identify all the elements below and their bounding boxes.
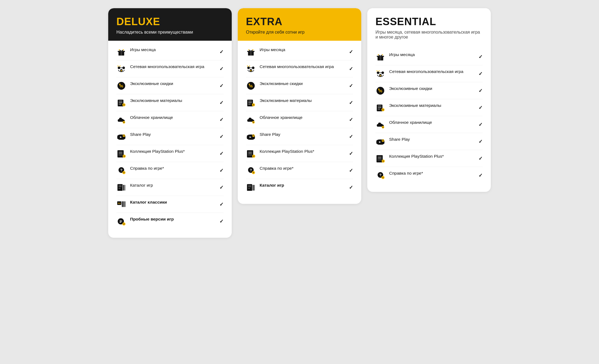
svg-rect-110 [378,107,381,108]
ps-collection-icon: + [246,149,256,158]
svg-rect-124 [378,157,381,159]
list-item: Сетевая многопользовательская игра✓ [116,60,224,77]
feature-checkmark: ✓ [349,66,353,72]
svg-point-10 [121,70,122,71]
list-item: + Коллекция PlayStation Plus*✓ [246,145,353,162]
classics-icon: PX [116,200,126,209]
svg-point-58 [252,67,254,69]
exclusive-content-icon: + [246,98,256,107]
feature-checkmark: ✓ [219,168,224,174]
card-subtitle-essential: Игры месяца, сетевая многопользовательск… [375,30,483,40]
svg-rect-90 [248,185,251,187]
svg-rect-40 [123,185,124,191]
svg-rect-96 [380,56,381,60]
list-item: % Эксклюзивные скидки✓ [116,77,224,94]
svg-rect-109 [378,105,381,106]
feature-label: Share Play [260,132,342,137]
feature-label: Каталог игр [130,183,213,188]
game-help-icon: ? + [246,166,256,175]
feature-label: Эксклюзивные материалы [260,98,342,104]
feature-checkmark: ✓ [219,151,224,157]
feature-label: Облачное хранилище [130,115,213,121]
list-item: PX Каталог классики✓ [116,196,224,213]
game-help-icon: ? + [375,171,385,180]
feature-checkmark: ✓ [349,151,353,157]
card-header-essential: ESSENTIALИгры месяца, сетевая многопольз… [367,8,491,46]
feature-label: Игры месяца [130,47,213,53]
feature-label: Справка по игре* [260,166,342,171]
feature-checkmark: ✓ [349,83,353,89]
svg-point-104 [380,75,381,76]
network-multiplayer-icon [116,64,126,74]
svg-point-100 [381,72,384,74]
list-item: + Коллекция PlayStation Plus*✓ [116,145,224,162]
svg-rect-111 [378,109,380,110]
list-item: Сетевая многопользовательская игра✓ [375,65,483,82]
svg-text:+: + [123,121,125,124]
list-item: Игры месяца✓ [116,43,224,60]
game-help-icon: ? + [116,166,126,175]
feature-checkmark: ✓ [219,66,224,72]
svg-point-9 [119,66,121,67]
svg-text:+: + [124,155,125,158]
feature-checkmark: ✓ [219,218,224,224]
list-item: + Облачное хранилище✓ [375,116,483,133]
feature-checkmark: ✓ [478,139,483,145]
list-item: + Коллекция PlayStation Plus*✓ [375,150,483,167]
svg-rect-17 [119,104,121,105]
svg-point-4 [123,49,124,51]
list-item: Игры месяца✓ [375,48,483,65]
svg-rect-46 [125,201,125,207]
svg-rect-41 [125,185,125,191]
svg-rect-89 [247,184,252,191]
list-item: ? + Справка по игре*✓ [246,162,353,179]
svg-point-107 [378,89,380,90]
svg-rect-54 [250,51,252,55]
card-title-deluxe: DELUXE [116,16,224,28]
feature-label: Эксклюзивные материалы [130,98,213,104]
list-item: Share Play✓ [246,128,353,145]
card-deluxe: DELUXEНасладитесь всеми преимуществами И… [108,8,232,238]
feature-checkmark: ✓ [219,100,224,106]
svg-rect-93 [254,185,255,191]
feature-checkmark: ✓ [219,117,224,123]
feature-label: Коллекция PlayStation Plus* [260,149,342,154]
svg-rect-45 [124,201,125,207]
ps-collection-icon: + [116,149,126,158]
svg-rect-82 [249,152,252,154]
list-item: Каталог игр✓ [116,179,224,196]
discount-icon: % [375,86,385,95]
svg-point-65 [249,84,250,85]
gift-icon [116,47,126,57]
ps-collection-icon: + [375,154,385,163]
svg-point-3 [119,49,120,51]
svg-text:+: + [382,108,384,111]
network-multiplayer-icon [375,69,385,78]
trial-icon: + [116,217,126,226]
list-item: Каталог игр✓ [246,179,353,196]
feature-checkmark: ✓ [219,49,224,55]
svg-point-97 [378,54,379,55]
cloud-icon: + [375,120,385,129]
share-play-icon [116,132,126,141]
gift-icon [246,47,256,57]
svg-point-62 [250,70,252,71]
svg-text:+: + [253,155,254,158]
card-extra: EXTRAОткройте для себя сотни игр Игры ме… [238,8,361,204]
feature-checkmark: ✓ [219,201,224,207]
list-item: + Облачное хранилище✓ [246,111,353,128]
list-item: Сетевая многопользовательская игра✓ [246,60,353,77]
feature-checkmark: ✓ [478,122,483,128]
svg-point-98 [382,54,383,55]
svg-text:PX: PX [118,202,121,205]
svg-rect-67 [248,101,252,101]
feature-label: Эксклюзивные скидки [260,81,342,87]
card-subtitle-deluxe: Насладитесь всеми преимуществами [116,30,224,35]
feature-checkmark: ✓ [219,184,224,190]
svg-point-55 [248,49,249,51]
svg-text:+: + [382,176,384,179]
feature-checkmark: ✓ [478,105,483,111]
list-item: % Эксклюзивные скидки✓ [246,77,353,94]
feature-label: Эксклюзивные скидки [130,81,213,87]
feature-checkmark: ✓ [478,54,483,60]
